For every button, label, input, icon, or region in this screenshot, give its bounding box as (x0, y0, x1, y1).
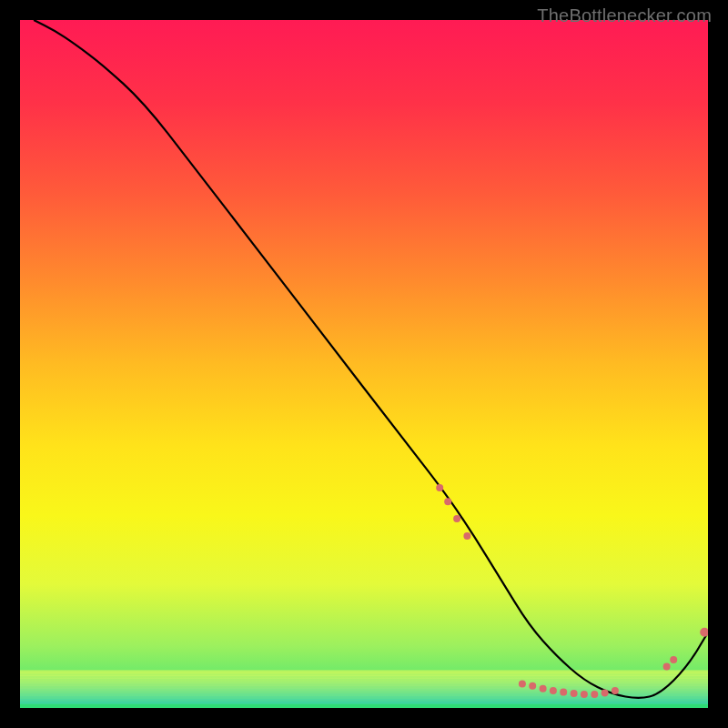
data-marker (463, 532, 470, 540)
watermark-text: TheBottlenecker.com (537, 5, 712, 26)
svg-rect-0 (20, 670, 708, 672)
bottom-green-bands (20, 670, 708, 708)
svg-rect-2 (20, 675, 708, 678)
data-marker (540, 685, 547, 693)
data-marker (453, 515, 460, 522)
data-marker (571, 690, 578, 697)
svg-rect-12 (20, 702, 708, 704)
svg-rect-1 (20, 672, 708, 675)
svg-rect-3 (20, 678, 708, 681)
svg-rect-14 (20, 704, 708, 708)
data-marker (612, 687, 619, 694)
chart-svg (20, 20, 708, 708)
svg-rect-5 (20, 683, 708, 686)
data-marker (670, 656, 677, 663)
data-marker (602, 689, 609, 696)
chart-frame: TheBottlenecker.com (0, 0, 728, 728)
data-marker (550, 687, 557, 694)
svg-rect-10 (20, 696, 708, 699)
svg-rect-11 (20, 699, 708, 702)
plot-area (20, 20, 708, 708)
data-marker (436, 484, 443, 491)
svg-rect-4 (20, 681, 708, 683)
data-marker (591, 691, 598, 698)
data-marker (444, 498, 451, 505)
svg-rect-6 (20, 686, 708, 689)
data-marker (529, 682, 536, 690)
data-marker (581, 691, 588, 698)
data-marker (519, 681, 526, 688)
data-marker (663, 663, 671, 671)
gradient-background (20, 20, 708, 708)
data-marker (560, 689, 567, 696)
